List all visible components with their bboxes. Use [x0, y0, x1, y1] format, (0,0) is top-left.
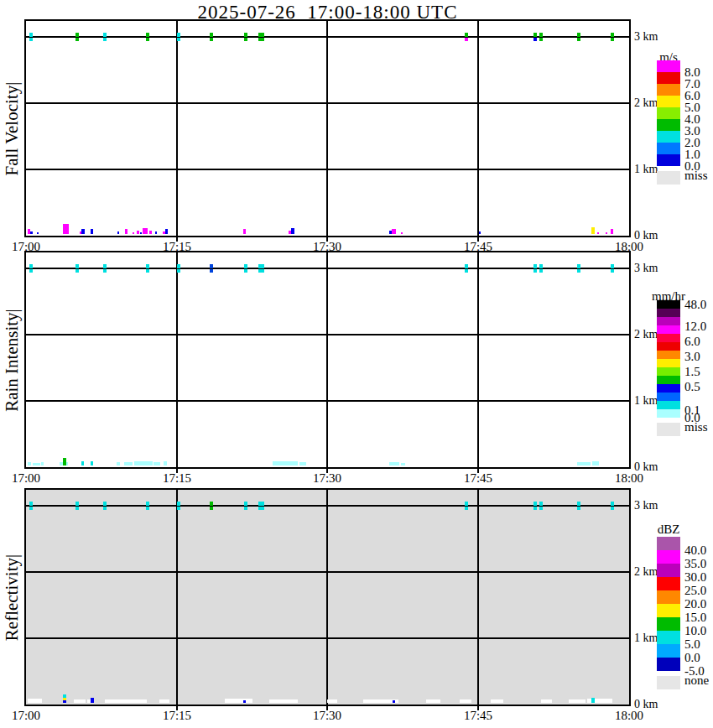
data-mark: [164, 461, 167, 465]
y-km-label: 1 km: [634, 632, 658, 645]
legend-tick-label: 1.5: [684, 365, 700, 379]
data-mark: [210, 264, 213, 268]
legend-color-block: [657, 644, 680, 658]
data-mark: [273, 461, 298, 465]
legend-tick-label: 20.0: [684, 597, 706, 611]
data-mark: [103, 264, 107, 268]
data-mark: [146, 33, 149, 37]
data-mark: [75, 502, 79, 506]
data-mark: [146, 38, 149, 41]
x-tick-label: 17:00: [3, 709, 49, 723]
data-mark: [569, 699, 585, 703]
data-mark: [37, 232, 39, 234]
data-mark: [146, 264, 149, 268]
data-mark: [225, 699, 252, 703]
data-mark: [103, 38, 107, 41]
data-mark: [533, 38, 537, 41]
legend-color-block: [657, 119, 680, 131]
data-mark: [465, 264, 468, 268]
data-mark: [299, 462, 306, 465]
axis-tick: [477, 252, 479, 257]
legend-color-block: [657, 317, 680, 325]
legend-tick-label: 6.0: [684, 335, 700, 349]
legend-color-block: [657, 550, 680, 564]
data-mark: [258, 502, 264, 506]
data-mark: [244, 502, 247, 506]
y-km-label: 0 km: [634, 698, 658, 711]
data-mark: [577, 38, 580, 41]
legend-color-block: [657, 325, 680, 334]
data-mark: [91, 229, 93, 234]
data-mark: [75, 507, 79, 510]
data-mark: [258, 38, 264, 41]
panel-axis-label: Rain Intensity|: [2, 268, 23, 453]
data-mark: [244, 264, 247, 268]
data-mark: [401, 232, 403, 234]
data-mark: [533, 33, 537, 37]
data-mark: [465, 502, 468, 506]
data-mark: [29, 269, 33, 273]
data-mark: [29, 502, 33, 506]
data-mark: [465, 33, 468, 37]
data-mark: [81, 229, 85, 234]
data-mark: [611, 264, 614, 268]
legend-color-block: [657, 401, 680, 409]
legend-miss-block: [657, 676, 680, 689]
data-mark: [143, 228, 148, 234]
data-mark: [63, 694, 66, 698]
data-mark: [597, 232, 599, 234]
data-mark: [611, 502, 614, 506]
legend-tick-label: 10.0: [684, 624, 706, 638]
data-mark: [75, 38, 79, 41]
legend-color-block: [657, 393, 680, 401]
data-mark: [460, 699, 471, 703]
data-mark: [133, 232, 134, 234]
data-mark: [177, 38, 180, 41]
legend-color-block: [657, 72, 680, 84]
axis-tick: [176, 252, 178, 257]
time-gridline: [176, 252, 178, 467]
y-km-label: 0 km: [634, 460, 658, 474]
data-mark: [63, 700, 66, 703]
data-mark: [611, 38, 614, 41]
data-mark: [244, 269, 247, 273]
axis-tick: [477, 490, 479, 494]
data-mark: [611, 507, 614, 510]
data-mark: [117, 462, 120, 465]
data-mark: [533, 264, 537, 268]
data-mark: [140, 232, 142, 234]
data-mark: [244, 33, 247, 37]
data-mark: [541, 699, 552, 703]
data-mark: [479, 231, 481, 234]
data-mark: [30, 231, 33, 234]
data-mark: [392, 229, 396, 234]
legend-color-block: [657, 631, 680, 644]
legend-color-block: [657, 96, 680, 107]
data-mark: [29, 264, 33, 268]
data-mark: [577, 462, 591, 465]
legend-color-block: [657, 577, 680, 590]
data-mark: [539, 502, 543, 506]
data-mark: [75, 33, 79, 37]
y-km-label: 0 km: [634, 229, 658, 242]
y-km-label: 2 km: [634, 565, 658, 579]
x-tick-label: 17:15: [154, 471, 200, 486]
legend-tick-label: 0.0: [684, 651, 700, 665]
legend-tick-label: 48.0: [684, 298, 706, 312]
legend-tick-label: 12.0: [684, 320, 706, 334]
data-mark: [146, 507, 149, 510]
legend-color-block: [657, 309, 680, 317]
legend-color-block: [657, 131, 680, 143]
data-mark: [393, 700, 395, 703]
data-mark: [258, 269, 264, 273]
y-km-label: 3 km: [634, 262, 658, 275]
data-mark: [29, 38, 33, 41]
legend-color-block: [657, 617, 680, 631]
time-gridline: [477, 252, 479, 467]
data-mark: [81, 461, 84, 465]
axis-tick: [477, 21, 479, 25]
data-mark: [91, 698, 94, 703]
legend-color-block: [657, 60, 680, 72]
data-mark: [177, 507, 180, 510]
legend-tick-label: 0.5: [684, 380, 700, 394]
